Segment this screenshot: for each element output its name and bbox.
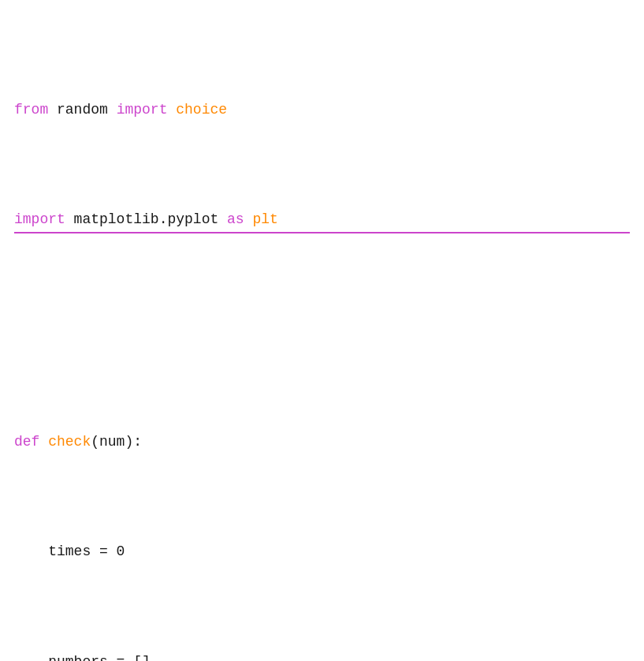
text-space [167, 102, 176, 118]
keyword-import: import [117, 102, 168, 118]
text-matplotlib: matplotlib.pyplot [65, 211, 227, 227]
fn-choice: choice [176, 102, 227, 118]
main-wrapper: from random import choice import matplot… [14, 8, 630, 661]
line-2: import matplotlib.pyplot as plt [14, 209, 630, 233]
line-6: numbers = [] [14, 652, 630, 661]
blank-line-1 [14, 321, 630, 343]
keyword-import2: import [14, 211, 65, 227]
text-random-import: random [48, 102, 116, 118]
text-times: times = 0 [14, 543, 125, 559]
keyword-def: def [14, 434, 39, 450]
line-1: from random import choice [14, 99, 630, 121]
fn-check: check [39, 434, 91, 450]
fn-plt: plt [244, 211, 278, 227]
code-block: from random import choice import matplot… [14, 8, 630, 661]
keyword-as: as [227, 211, 244, 227]
text-numbers: numbers = [] [14, 654, 151, 661]
line-4: def check(num): [14, 431, 630, 454]
keyword-from: from [14, 102, 48, 118]
line-5: times = 0 [14, 541, 630, 563]
text-check-args: (num): [91, 434, 142, 450]
